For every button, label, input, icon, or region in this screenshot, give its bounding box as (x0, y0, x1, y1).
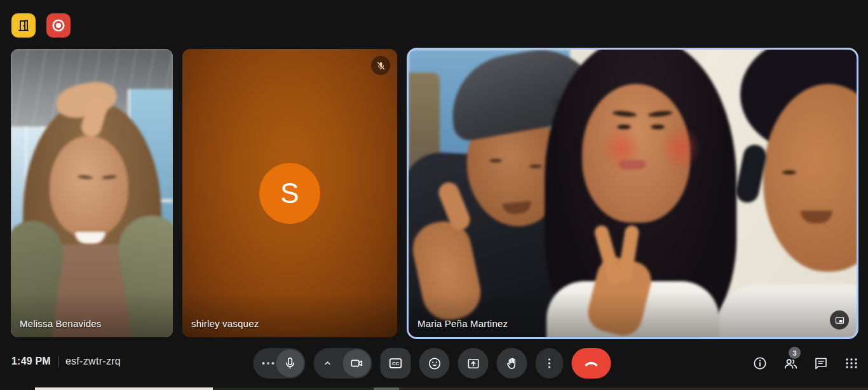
call-footer: 1:49 PM esf-zwtr-zrq (0, 339, 868, 387)
participant-name: Maria Peña Martinez (417, 318, 508, 329)
bottom-window-edge (399, 387, 868, 390)
record-icon (50, 17, 67, 34)
clock-time: 1:49 PM (11, 356, 51, 367)
chevron-up-icon[interactable] (322, 358, 334, 369)
leave-call-button[interactable] (572, 348, 611, 379)
svg-text:CC: CC (392, 361, 399, 366)
meet-call-window: Melissa Benavides S shirley vasquez (0, 0, 868, 390)
participant-count-badge: 3 (789, 347, 801, 359)
door-open-icon (16, 18, 31, 33)
camera-button[interactable] (314, 348, 372, 379)
door-exit-button[interactable] (11, 13, 36, 38)
more-options-button[interactable] (536, 348, 564, 379)
raise-hand-button[interactable] (497, 348, 527, 379)
avatar: S (259, 163, 320, 224)
bottom-window-edge (374, 387, 399, 390)
mic-off-icon (376, 60, 386, 71)
photo-shape (651, 125, 665, 129)
present-screen-button[interactable] (458, 348, 489, 379)
microphone-icon[interactable] (276, 349, 304, 377)
phone-hangup-icon (583, 355, 600, 372)
photo-shape (489, 159, 502, 162)
participant-name: shirley vasquez (191, 318, 259, 329)
divider (58, 356, 58, 367)
panel-buttons: 3 (752, 348, 859, 379)
label-shade (11, 293, 173, 337)
apps-grid-icon (844, 356, 859, 371)
avatar-initial: S (280, 178, 299, 209)
captions-button[interactable]: CC (381, 348, 411, 379)
photo-shape (529, 165, 542, 168)
participant-name: Melissa Benavides (20, 318, 101, 329)
emoji-icon (427, 356, 442, 371)
people-panel-button[interactable]: 3 (783, 356, 798, 371)
photo-shape (50, 136, 128, 237)
record-button[interactable] (46, 13, 71, 38)
photo-shape (660, 125, 700, 172)
picture-in-picture-button[interactable] (830, 310, 849, 330)
call-controls: CC (254, 348, 611, 379)
hand-icon (505, 356, 519, 371)
picture-in-picture-icon (834, 315, 845, 326)
photo-shape (782, 171, 796, 174)
reactions-button[interactable] (419, 348, 450, 379)
label-shade (182, 293, 397, 337)
meeting-code: esf-zwtr-zrq (65, 356, 121, 367)
video-tile-shirley[interactable]: S shirley vasquez (182, 49, 397, 337)
label-shade (409, 293, 857, 337)
captions-icon: CC (388, 356, 403, 371)
more-vertical-icon (543, 356, 557, 370)
camera-icon[interactable] (343, 349, 371, 377)
chat-panel-button[interactable] (813, 356, 829, 371)
chat-icon (813, 356, 829, 371)
photo-shape (617, 125, 631, 129)
meeting-details-button[interactable] (752, 356, 768, 371)
present-screen-icon (466, 356, 480, 371)
mic-muted-badge (371, 56, 390, 75)
photo-shape (619, 160, 646, 169)
video-tile-maria[interactable]: Maria Peña Martinez (407, 48, 858, 339)
bottom-window-edge (213, 387, 374, 390)
video-tile-melissa[interactable]: Melissa Benavides (11, 49, 173, 337)
apps-panel-button[interactable] (844, 356, 859, 371)
bottom-window-edge (35, 387, 213, 390)
mic-options-dots-icon[interactable] (262, 362, 275, 365)
microphone-button[interactable] (254, 348, 306, 379)
meeting-info: 1:49 PM esf-zwtr-zrq (11, 356, 121, 367)
info-icon (752, 356, 768, 371)
